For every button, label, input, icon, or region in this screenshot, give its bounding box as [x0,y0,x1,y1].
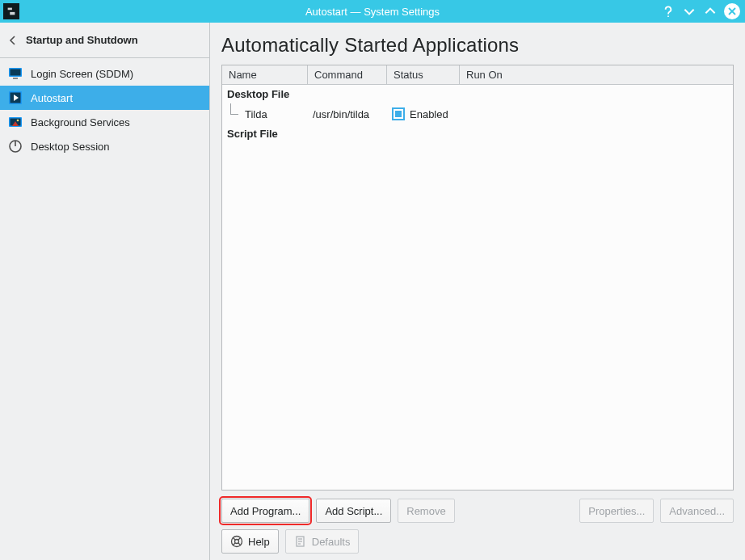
app-icon [3,3,19,19]
main-content: Automatically Started Applications Name … [210,23,745,560]
services-icon [8,115,23,129]
play-square-icon [8,91,23,105]
maximize-icon[interactable] [703,4,718,19]
remove-button[interactable]: Remove [398,499,454,523]
svg-line-23 [238,543,241,545]
autostart-table: Name Command Status Run On Desktop File … [221,65,734,491]
button-row-footer: Help Defaults [221,523,734,554]
page-title: Automatically Started Applications [221,31,734,65]
th-name[interactable]: Name [222,65,308,84]
svg-line-20 [233,537,235,540]
properties-button[interactable]: Properties... [579,499,654,523]
add-script-button[interactable]: Add Script... [316,499,391,523]
help-icon[interactable] [661,4,676,19]
sidebar-list: Login Screen (SDDM) Autostart Background… [0,58,209,560]
window-title: Autostart — System Settings [0,6,745,18]
svg-line-21 [238,537,241,540]
monitor-icon [8,66,23,81]
svg-rect-2 [10,12,15,15]
titlebar: Autostart — System Settings [0,0,745,23]
sidebar-item-login-screen[interactable]: Login Screen (SDDM) [0,61,209,86]
window-controls [661,0,740,23]
lifebuoy-icon [230,535,243,548]
svg-point-19 [235,540,239,544]
svg-rect-1 [8,8,12,11]
svg-line-22 [233,543,235,545]
svg-rect-7 [11,69,21,76]
add-program-button[interactable]: Add Program... [221,499,309,523]
sidebar-item-bg-services[interactable]: Background Services [0,110,209,134]
button-row-actions: Add Program... Add Script... Remove Prop… [221,491,734,523]
sidebar-item-autostart[interactable]: Autostart [0,86,209,110]
cell-name: Tilda [240,108,308,120]
th-command[interactable]: Command [308,65,387,84]
document-revert-icon [294,535,307,548]
help-button[interactable]: Help [221,529,279,554]
sidebar-item-label: Background Services [31,116,130,128]
cell-status: Enabled [387,107,484,120]
checkbox-icon[interactable] [392,107,405,120]
back-icon[interactable] [6,34,19,47]
svg-point-15 [17,120,19,122]
table-header: Name Command Status Run On [222,65,733,85]
breadcrumb-label: Startup and Shutdown [26,34,138,46]
sidebar-item-desktop-session[interactable]: Desktop Session [0,134,209,158]
table-row[interactable]: Tilda /usr/bin/tilda Enabled [222,103,733,124]
defaults-button[interactable]: Defaults [285,529,360,554]
group-script-file[interactable]: Script File [222,124,733,143]
sidebar: Startup and Shutdown Login Screen (SDDM)… [0,23,210,560]
cell-command: /usr/bin/tilda [308,108,387,120]
svg-rect-8 [13,78,18,79]
sidebar-item-label: Login Screen (SDDM) [31,68,133,80]
tree-branch-icon [225,103,240,124]
sidebar-item-label: Desktop Session [31,141,110,153]
group-desktop-file[interactable]: Desktop File [222,85,733,103]
th-status[interactable]: Status [387,65,460,84]
sidebar-item-label: Autostart [31,92,73,104]
minimize-icon[interactable] [682,4,697,19]
th-run-on[interactable]: Run On [460,65,733,84]
status-label: Enabled [410,108,448,120]
breadcrumb[interactable]: Startup and Shutdown [0,23,209,58]
close-icon[interactable] [724,3,740,19]
power-icon [8,139,23,154]
svg-point-3 [667,15,669,17]
table-body[interactable]: Desktop File Tilda /usr/bin/tilda Enable… [222,85,733,490]
advanced-button[interactable]: Advanced... [660,499,734,523]
